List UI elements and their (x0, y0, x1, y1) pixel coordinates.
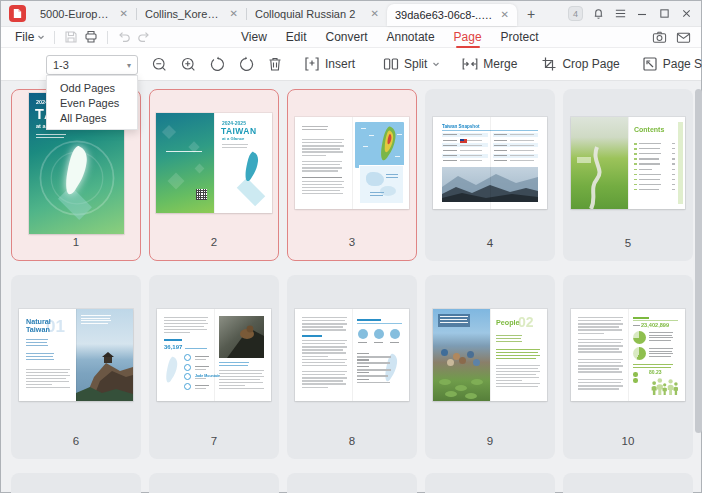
photo-animal (219, 316, 264, 358)
close-window-button[interactable] (675, 3, 697, 25)
update-badge[interactable]: 4 (568, 6, 583, 21)
menu-annotate[interactable]: Annotate (387, 30, 435, 44)
rotate-right-button[interactable] (234, 52, 258, 76)
title-bar: 5000-European...-Portuguese *✕Collins_Ko… (1, 1, 701, 27)
page-thumbnail[interactable] (295, 309, 409, 401)
crop-page-button[interactable]: Crop Page (534, 52, 626, 76)
main-menu-icon[interactable] (609, 3, 631, 25)
toc-num (634, 163, 637, 165)
table-label (443, 134, 457, 135)
print-icon[interactable] (84, 30, 98, 44)
notifications-bell-icon[interactable] (587, 3, 609, 25)
tab-3[interactable]: Colloquial Russian 2✕ (247, 1, 387, 26)
text-line (164, 326, 204, 327)
page-cell-6[interactable]: 01NaturalTaiwan6 (11, 275, 141, 459)
text-line (302, 148, 340, 149)
tab-1[interactable]: 5000-European...-Portuguese *✕ (32, 1, 136, 26)
split-button[interactable]: Split (376, 52, 447, 76)
info-circle (184, 354, 191, 361)
text-line (26, 381, 69, 382)
tab-2[interactable]: Collins_Korean...ds_and_phrases✕ (137, 1, 246, 26)
table-value (510, 155, 534, 156)
diamond (162, 125, 176, 139)
page-range-combobox[interactable]: 1-3 ▾ (46, 55, 138, 75)
page-cell-5[interactable]: Contents5 (563, 89, 693, 261)
text-line (302, 349, 343, 350)
page-thumbnail[interactable]: Taiwan Snapshot (433, 117, 547, 209)
map-taiwan (355, 122, 404, 168)
text-line (578, 365, 623, 366)
zoom-in-button[interactable] (176, 52, 200, 76)
text-line (302, 145, 344, 146)
page-cell-2[interactable]: 2024-2025TAIWANat a Glance2 (149, 89, 279, 261)
text-line (81, 320, 111, 321)
page-thumbnail[interactable]: Contents (571, 117, 685, 209)
tab-close-icon[interactable]: ✕ (230, 9, 238, 19)
text-line (578, 385, 623, 386)
app-logo-icon[interactable] (9, 5, 26, 22)
page-seam (214, 309, 215, 401)
merge-button[interactable]: Merge (455, 52, 524, 76)
page-cell-9[interactable]: 02People9 (425, 275, 555, 459)
text-line (496, 341, 522, 342)
menu-view[interactable]: View (241, 30, 267, 44)
page-number: 2 (211, 236, 217, 260)
tab-4[interactable]: 39da6e63-06c8-...a-ff58f36aa7ad✕ (387, 4, 517, 26)
text-line (496, 383, 540, 384)
thumb-area: 23,402,89980.23 (563, 275, 693, 435)
page-cell-8[interactable]: 8 (287, 275, 417, 459)
toc-page (672, 169, 675, 170)
delete-page-button[interactable] (263, 52, 287, 76)
page-thumbnail[interactable] (295, 117, 409, 209)
tab-close-icon[interactable]: ✕ (120, 9, 128, 19)
text-line (302, 340, 347, 341)
bar-label (357, 366, 369, 367)
diamond (168, 173, 185, 190)
page-size-button[interactable]: Page Size (635, 52, 702, 76)
page-thumbnail[interactable]: 23,402,89980.23 (571, 309, 685, 401)
menu-protect[interactable]: Protect (501, 30, 539, 44)
new-tab-button[interactable]: + (521, 1, 541, 26)
menu-page[interactable]: Page (454, 30, 482, 44)
text-line (633, 364, 673, 365)
undo-icon[interactable] (117, 30, 131, 44)
text-line (386, 174, 398, 175)
rotate-left-button[interactable] (205, 52, 229, 76)
dropdown-item-all-pages[interactable]: All Pages (47, 110, 137, 125)
page-thumbnail[interactable]: 36,197Jade Mountain (157, 309, 271, 401)
page-cell-10[interactable]: 23,402,89980.2310 (563, 275, 693, 459)
menu-convert[interactable]: Convert (325, 30, 367, 44)
maximize-button[interactable] (653, 3, 675, 25)
text-line (302, 161, 342, 162)
bar (357, 356, 391, 358)
info-line (195, 359, 206, 360)
minimize-button[interactable] (631, 3, 653, 25)
page-cell-3[interactable]: 3 (287, 89, 417, 261)
menu-edit[interactable]: Edit (286, 30, 307, 44)
text-line (219, 370, 264, 371)
page-number: 4 (487, 237, 493, 261)
thumb-text: 23,402,899 (641, 323, 669, 329)
page-cell-7[interactable]: 36,197Jade Mountain7 (149, 275, 279, 459)
map-label (397, 134, 402, 135)
file-menu[interactable]: File (15, 30, 45, 44)
zoom-out-button[interactable] (147, 52, 171, 76)
text-line (302, 352, 346, 353)
tab-close-icon[interactable]: ✕ (371, 9, 379, 19)
save-icon[interactable] (64, 30, 78, 44)
text-line (496, 371, 540, 372)
dropdown-item-even-pages[interactable]: Even Pages (47, 95, 137, 110)
page-cell-4[interactable]: Taiwan Snapshot4 (425, 89, 555, 261)
snapshot-camera-icon[interactable] (652, 30, 667, 45)
tab-close-icon[interactable]: ✕ (501, 10, 509, 20)
page-thumbnail[interactable]: 02People (433, 309, 547, 401)
page-thumbnail[interactable]: 2024-2025TAIWANat a Glance (156, 113, 272, 213)
insert-page-button[interactable]: Insert (297, 52, 362, 76)
feedback-mail-icon[interactable] (676, 30, 691, 45)
redo-icon[interactable] (137, 30, 151, 44)
vertical-scrollbar[interactable] (695, 89, 702, 433)
page-thumbnail[interactable]: 01NaturalTaiwan (19, 309, 133, 401)
text-line (164, 323, 208, 324)
toc-entry (639, 143, 661, 144)
dropdown-item-odd-pages[interactable]: Odd Pages (47, 80, 137, 95)
